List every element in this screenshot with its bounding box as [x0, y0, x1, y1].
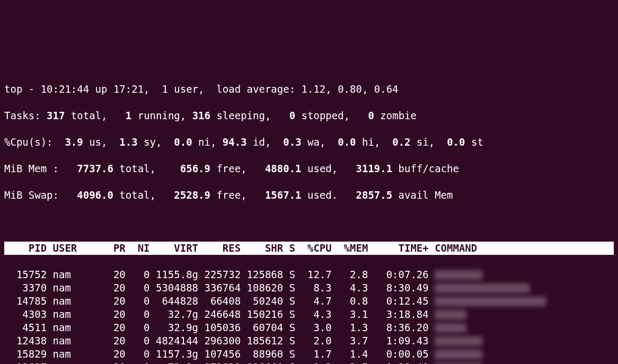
process-row: 3370 nam 20 0 5304888 336764 108620 S 8.… — [4, 281, 614, 295]
column-header[interactable]: PID USER PR NI VIRT RES SHR S %CPU %MEM … — [4, 242, 614, 255]
process-list: 15752 nam 20 0 1155.8g 225732 125868 S 1… — [4, 268, 614, 364]
command-redacted — [435, 270, 482, 280]
command-redacted — [435, 350, 482, 359]
process-row: 4511 nam 20 0 32.9g 105036 60704 S 3.0 1… — [4, 321, 614, 334]
summary-tasks: Tasks: 317 total, 1 running, 316 sleepin… — [4, 109, 614, 122]
summary-mem: MiB Mem : 7737.6 total, 656.9 free, 4880… — [4, 162, 614, 175]
summary-line-1: top - 10:21:44 up 17:21, 1 user, load av… — [4, 83, 614, 96]
process-row: 15829 nam 20 0 1157.3g 107456 88960 S 1.… — [4, 348, 614, 361]
command-redacted — [435, 323, 466, 333]
process-row: 12627 nam 20 0 73.3g 273632 116660 S 1.3… — [4, 361, 614, 364]
command-redacted — [435, 336, 482, 346]
blank-line — [4, 215, 614, 228]
command-redacted — [435, 297, 546, 306]
process-row: 12438 nam 20 0 4824144 296300 185612 S 2… — [4, 334, 614, 348]
process-row: 14785 nam 20 0 644828 66408 50240 S 4.7 … — [4, 295, 614, 308]
summary-cpu: %Cpu(s): 3.9 us, 1.3 sy, 0.0 ni, 94.3 id… — [4, 136, 614, 149]
summary-swap: MiB Swap: 4096.0 total, 2528.9 free, 156… — [4, 189, 614, 202]
process-row: 15752 nam 20 0 1155.8g 225732 125868 S 1… — [4, 268, 614, 281]
terminal[interactable]: top - 10:21:44 up 17:21, 1 user, load av… — [0, 66, 618, 364]
command-redacted — [435, 310, 466, 319]
command-redacted — [435, 283, 530, 293]
process-row: 4303 nam 20 0 32.7g 246648 150216 S 4.3 … — [4, 308, 614, 321]
